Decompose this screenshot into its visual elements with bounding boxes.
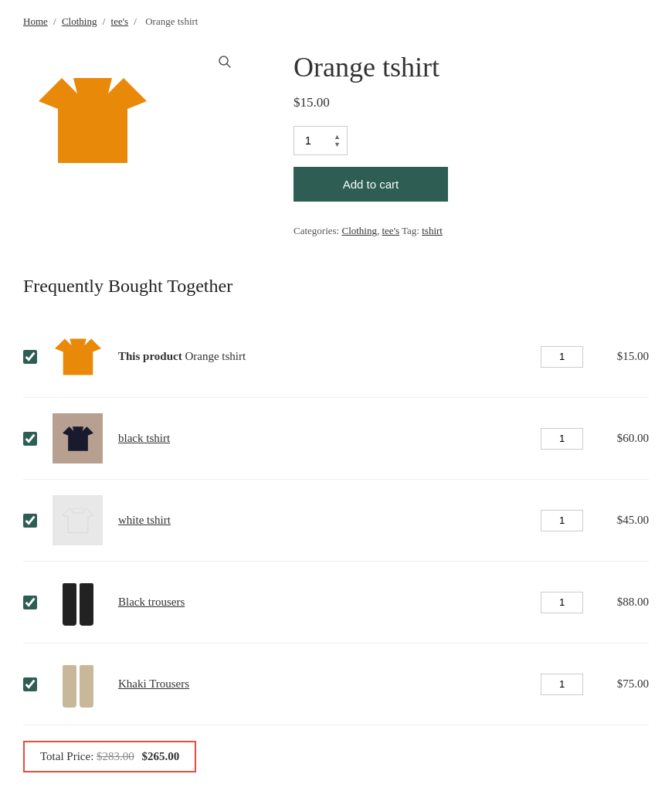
fbt-qty-2[interactable]: [541, 428, 583, 450]
product-details: Orange tshirt $15.00 ▲ ▼ Add to cart Cat…: [270, 51, 649, 237]
product-image-col: [23, 51, 255, 190]
fbt-checkbox-2[interactable]: [23, 432, 37, 446]
fbt-section: Frequently Bought Together This product …: [23, 276, 649, 791]
fbt-name-5: Khaki Trousers: [118, 677, 529, 691]
fbt-price-1: $15.00: [595, 350, 649, 363]
search-icon[interactable]: [218, 55, 232, 73]
quantity-stepper[interactable]: [300, 134, 328, 147]
fbt-name-1: This product Orange tshirt: [118, 350, 529, 363]
fbt-checkbox-1[interactable]: [23, 350, 37, 364]
fbt-name-4: Black trousers: [118, 596, 529, 609]
fbt-product-title-1: Orange tshirt: [185, 350, 246, 362]
total-price-label: Total Price:: [40, 750, 93, 762]
fbt-name-3: white tshirt: [118, 514, 529, 527]
fbt-price-4: $88.00: [595, 596, 649, 609]
fbt-qty-1[interactable]: [541, 346, 583, 368]
add-to-cart-button[interactable]: Add to cart: [294, 167, 448, 202]
breadcrumb: Home / Clothing / tee's / Orange tshirt: [23, 15, 649, 28]
total-original-price: $283.00: [97, 750, 134, 762]
white-tshirt-thumb: [53, 495, 103, 545]
fbt-img-2: [49, 409, 107, 467]
product-section: Orange tshirt $15.00 ▲ ▼ Add to cart Cat…: [23, 51, 649, 237]
fbt-name-2: black tshirt: [118, 432, 529, 445]
quantity-input-wrapper: ▲ ▼: [294, 126, 348, 155]
product-image: [39, 66, 147, 175]
category-clothing[interactable]: Clothing: [341, 225, 377, 236]
fbt-qty-4[interactable]: [541, 592, 583, 613]
categories-label: Categories:: [294, 225, 339, 236]
tag-label: Tag:: [402, 225, 419, 236]
tag-tshirt[interactable]: tshirt: [422, 225, 443, 236]
svg-marker-5: [70, 338, 86, 345]
fbt-qty-3[interactable]: [541, 510, 583, 531]
qty-up-arrow[interactable]: ▲: [334, 134, 341, 141]
svg-marker-7: [72, 426, 83, 431]
total-price-section: Total Price: $283.00 $265.00: [23, 725, 649, 788]
breadcrumb-home[interactable]: Home: [23, 15, 48, 27]
fbt-img-1: [49, 328, 107, 385]
qty-down-arrow[interactable]: ▼: [334, 141, 341, 148]
black-trousers-icon: [63, 579, 93, 626]
fbt-item-1: This product Orange tshirt $15.00: [23, 316, 649, 398]
product-title: Orange tshirt: [294, 51, 649, 83]
khaki-trousers-icon: [63, 661, 93, 708]
fbt-price-3: $45.00: [595, 514, 649, 527]
fbt-link-2[interactable]: black tshirt: [118, 432, 170, 444]
total-current-price: $265.00: [142, 750, 180, 762]
breadcrumb-current: Orange tshirt: [145, 15, 198, 27]
fbt-item-3: white tshirt $45.00: [23, 480, 649, 562]
fbt-link-5[interactable]: Khaki Trousers: [118, 677, 189, 690]
product-image-wrapper: [23, 51, 162, 190]
black-tshirt-thumb: [53, 413, 103, 463]
fbt-checkbox-4[interactable]: [23, 596, 37, 609]
breadcrumb-tees[interactable]: tee's: [111, 15, 129, 27]
fbt-title: Frequently Bought Together: [23, 276, 649, 297]
breadcrumb-clothing[interactable]: Clothing: [62, 15, 97, 27]
quantity-row: ▲ ▼: [294, 126, 649, 155]
svg-marker-1: [73, 78, 112, 93]
fbt-price-2: $60.00: [595, 432, 649, 445]
fbt-price-5: $75.00: [595, 677, 649, 691]
fbt-img-3: [49, 491, 107, 549]
fbt-item-4: Black trousers $88.00: [23, 562, 649, 643]
fbt-img-5: [49, 655, 107, 713]
category-tees[interactable]: tee's: [382, 225, 399, 236]
fbt-link-3[interactable]: white tshirt: [118, 514, 171, 526]
fbt-item-5: Khaki Trousers $75.00: [23, 643, 649, 725]
fbt-this-product-label: This product: [118, 350, 182, 362]
total-price-box: Total Price: $283.00 $265.00: [23, 741, 196, 772]
fbt-checkbox-3[interactable]: [23, 514, 37, 528]
product-price: $15.00: [294, 95, 649, 110]
svg-line-3: [227, 64, 231, 68]
svg-marker-9: [72, 508, 83, 513]
categories-line: Categories: Clothing, tee's Tag: tshirt: [294, 225, 649, 237]
fbt-qty-5[interactable]: [541, 674, 583, 695]
fbt-link-4[interactable]: Black trousers: [118, 596, 185, 608]
fbt-img-4: [49, 573, 107, 631]
fbt-checkbox-5[interactable]: [23, 677, 37, 691]
fbt-item-2: black tshirt $60.00: [23, 398, 649, 480]
